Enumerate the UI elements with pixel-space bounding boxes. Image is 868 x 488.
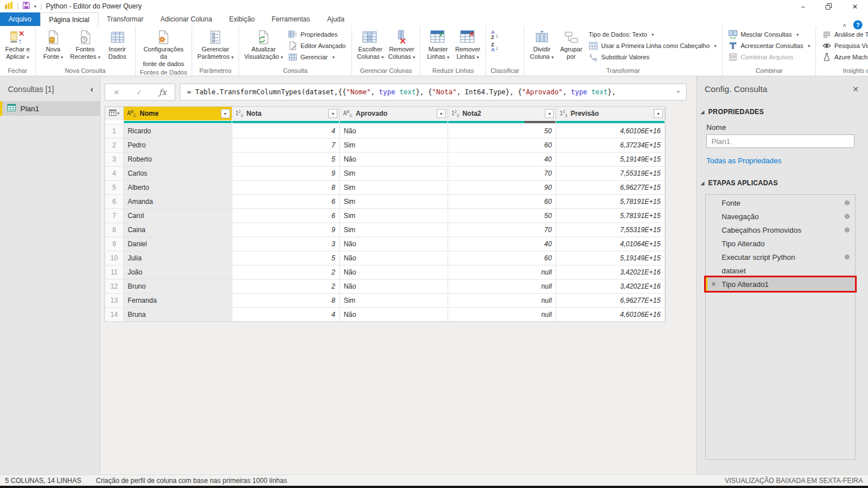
close-button[interactable]: ✕ (842, 0, 868, 14)
cell-previsao[interactable]: 6,96277E+15 (556, 294, 665, 307)
column-header-nota2[interactable]: 123Nota2▼ (448, 107, 557, 120)
gerenciar-button[interactable]: Gerenciar▾ (286, 51, 348, 63)
cell-nota2[interactable]: 70 (448, 223, 557, 237)
all-properties-link[interactable]: Todas as Propriedades (706, 156, 868, 165)
cell-nota2[interactable]: null (448, 308, 557, 321)
cell-previsao[interactable]: 6,96277E+15 (556, 181, 665, 194)
cell-nota[interactable]: 9 (232, 167, 340, 180)
cell-nota2[interactable]: 50 (448, 124, 557, 138)
cell-nome[interactable]: Alberto (124, 181, 232, 194)
cell-nome[interactable]: Ricardo (124, 124, 232, 138)
cell-nota[interactable]: 2 (232, 265, 340, 279)
row-number[interactable]: 8 (105, 223, 124, 237)
query-item-plan1[interactable]: Plan1 (0, 101, 100, 116)
gear-icon[interactable] (844, 254, 850, 260)
row-number[interactable]: 9 (105, 237, 124, 251)
cell-nota2[interactable]: null (448, 280, 557, 293)
row-number[interactable]: 6 (105, 195, 124, 208)
cell-previsao[interactable]: 4,60106E+16 (556, 124, 665, 138)
fontes-recentes-button[interactable]: Fontes Recentes▾ (68, 28, 102, 61)
agrupar-por-button[interactable]: Agrupar por (557, 28, 585, 61)
filter-dropdown-icon[interactable]: ▼ (654, 109, 663, 118)
save-icon[interactable] (23, 2, 30, 11)
atualizar-visualizacao-button[interactable]: Atualizar Visualização▾ (242, 28, 285, 61)
cell-nota[interactable]: 8 (232, 294, 340, 307)
gear-icon[interactable] (844, 226, 850, 233)
cell-aprovado[interactable]: Sim (340, 223, 448, 237)
applied-step-cabecalhos-promovidos[interactable]: Cabeçalhos Promovidos (706, 223, 855, 237)
cell-nota2[interactable]: 60 (448, 138, 557, 152)
query-name-input[interactable] (706, 134, 854, 148)
cell-previsao[interactable]: 5,19149E+15 (556, 152, 665, 166)
filter-dropdown-icon[interactable]: ▼ (328, 109, 337, 118)
row-number[interactable]: 1 (105, 124, 124, 138)
analise-de-texto-button[interactable]: Análise de Texto (819, 29, 868, 40)
sort-descending-button[interactable]: ZA↓ (489, 41, 500, 54)
applied-step-navegacao[interactable]: Navegação (706, 210, 855, 223)
column-header-nota[interactable]: 123Nota▼ (232, 107, 340, 120)
tab-transformar[interactable]: Transformar (98, 12, 152, 26)
cell-aprovado[interactable]: Sim (340, 181, 448, 194)
row-number[interactable]: 10 (105, 251, 124, 265)
cell-nota[interactable]: 7 (232, 138, 340, 152)
properties-section-header[interactable]: ◢PROPRIEDADES (701, 108, 868, 116)
applied-step-executar-script-python[interactable]: Executar script Python (706, 250, 855, 264)
quick-access-dropdown-icon[interactable]: ▾ (34, 4, 36, 9)
cell-nota2[interactable]: 40 (448, 152, 557, 166)
nova-fonte-button[interactable]: Nova Fonte▾ (39, 28, 67, 61)
cell-nome[interactable]: Bruna (124, 308, 232, 321)
delete-step-icon[interactable]: ✕ (711, 281, 716, 288)
fechar-e-aplicar-button[interactable]: ✕↑Fechar e Aplicar▾ (3, 28, 32, 61)
pesquisa-visual-button[interactable]: Pesquisa Visual (819, 40, 868, 51)
cell-nome[interactable]: Pedro (124, 138, 232, 152)
azure-machine-learning-button[interactable]: Azure Machine Learning (819, 51, 868, 63)
column-header-nome[interactable]: ABCNome▼ (124, 107, 232, 120)
cell-nome[interactable]: João (124, 265, 232, 279)
cell-previsao[interactable]: 7,55319E+15 (556, 223, 665, 237)
applied-step-tipo-alterado[interactable]: Tipo Alterado (706, 237, 855, 250)
row-number[interactable]: 4 (105, 167, 124, 180)
cell-aprovado[interactable]: Sim (340, 209, 448, 223)
settings-close-icon[interactable]: ✕ (852, 85, 859, 94)
cell-previsao[interactable]: 4,60106E+16 (556, 308, 665, 321)
cell-aprovado[interactable]: Não (340, 308, 448, 321)
sort-ascending-button[interactable]: AZ↓ (489, 29, 500, 41)
cell-nota[interactable]: 9 (232, 223, 340, 237)
cell-previsao[interactable]: 7,55319E+15 (556, 167, 665, 180)
table-select-all-corner[interactable]: ▾ (105, 107, 124, 120)
cell-aprovado[interactable]: Sim (340, 195, 448, 208)
cell-nota[interactable]: 5 (232, 251, 340, 265)
substituir-valores-button[interactable]: 12Substituir Valores (587, 51, 719, 63)
cell-nota[interactable]: 4 (232, 308, 340, 321)
usar-a-primeira-linha-como-cabecalho-button[interactable]: Usar a Primeira Linha como Cabeçalho▾ (587, 40, 719, 51)
filter-dropdown-icon[interactable]: ▼ (221, 109, 230, 118)
collapse-pane-icon[interactable]: ‹ (90, 84, 93, 94)
cell-previsao[interactable]: 5,78191E+15 (556, 195, 665, 208)
cell-previsao[interactable]: 3,42021E+16 (556, 265, 665, 279)
cell-nota2[interactable]: 60 (448, 251, 557, 265)
collapse-ribbon-icon[interactable]: ∧ (843, 22, 847, 28)
applied-step-tipo-alterado1[interactable]: ✕Tipo Alterado1 (706, 277, 855, 291)
cell-nome[interactable]: Carlos (124, 167, 232, 180)
configuracoes-da-fonte-de-dados-button[interactable]: Configurações da fonte de dados (139, 28, 189, 68)
minimize-button[interactable]: – (790, 0, 816, 14)
editor-avancado-button[interactable]: Editor Avançado (286, 40, 348, 51)
tab-ferramentas[interactable]: Ferramentas (263, 12, 319, 26)
cell-nome[interactable]: Carol (124, 209, 232, 223)
remover-colunas-button[interactable]: ✕Remover Colunas▾ (387, 28, 416, 61)
filter-dropdown-icon[interactable]: ▼ (437, 109, 446, 118)
row-number[interactable]: 2 (105, 138, 124, 152)
cell-aprovado[interactable]: Não (340, 251, 448, 265)
row-number[interactable]: 11 (105, 265, 124, 279)
row-number[interactable]: 7 (105, 209, 124, 223)
cell-nota2[interactable]: null (448, 265, 557, 279)
formula-check-icon[interactable]: ✓ (136, 88, 142, 97)
cell-nota[interactable]: 6 (232, 195, 340, 208)
cell-nome[interactable]: Fernanda (124, 294, 232, 307)
gear-icon[interactable] (844, 213, 850, 220)
cell-previsao[interactable]: 4,01064E+15 (556, 237, 665, 251)
cell-aprovado[interactable]: Não (340, 237, 448, 251)
cell-nota2[interactable]: 60 (448, 195, 557, 208)
cell-nota[interactable]: 5 (232, 152, 340, 166)
filter-dropdown-icon[interactable]: ▼ (545, 109, 554, 118)
